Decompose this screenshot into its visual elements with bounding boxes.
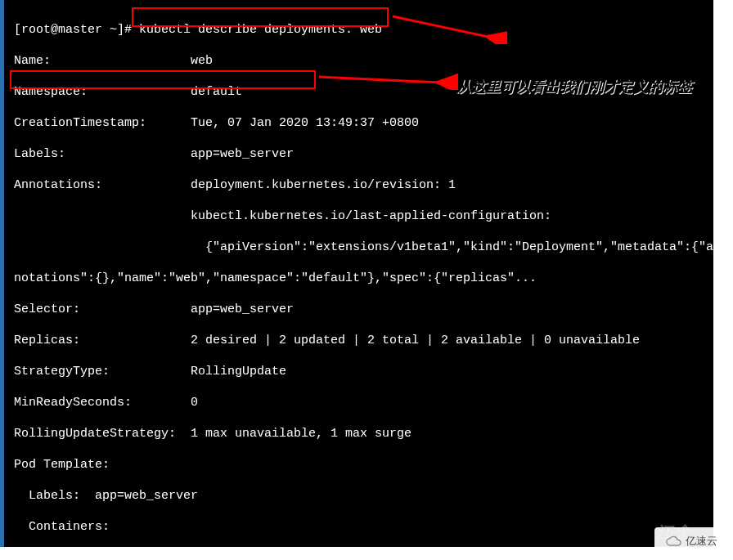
watermark-logo: 亿速云 xyxy=(654,527,728,555)
field-labels: Labels:app=web_server xyxy=(14,146,713,162)
pod-template: Pod Template: xyxy=(14,457,713,473)
cloud-icon xyxy=(666,535,682,547)
watermark-logo-text: 亿速云 xyxy=(686,534,717,549)
field-min-ready-seconds: MinReadySeconds:0 xyxy=(14,395,713,410)
field-replicas: Replicas:2 desired | 2 updated | 2 total… xyxy=(14,333,713,348)
container-nginx: nginx: xyxy=(14,550,713,560)
prompt: [root@master ~]# xyxy=(14,23,139,37)
command-line: [root@master ~]# kubectl describe deploy… xyxy=(14,22,713,38)
field-namespace: Namespace:default xyxy=(14,84,713,100)
field-selector: Selector:app=web_server xyxy=(14,302,713,317)
pod-labels: Labels: app=web_server xyxy=(14,488,713,504)
field-rolling-update-strategy: RollingUpdateStrategy:1 max unavailable,… xyxy=(14,426,713,441)
field-name: Name:web xyxy=(14,53,713,69)
terminal-window[interactable]: [root@master ~]# kubectl describe deploy… xyxy=(0,0,713,547)
field-annotations-3: {"apiVersion":"extensions/v1beta1","kind… xyxy=(14,240,713,255)
field-annotations-4: notations":{},"name":"web","namespace":"… xyxy=(14,271,713,286)
command: kubectl describe deployments. web xyxy=(139,23,382,37)
field-annotations-2: kubectl.kubernetes.io/last-applied-confi… xyxy=(14,208,713,224)
containers: Containers: xyxy=(14,519,713,535)
field-strategy-type: StrategyType:RollingUpdate xyxy=(14,364,713,379)
field-creation-timestamp: CreationTimestamp:Tue, 07 Jan 2020 13:49… xyxy=(14,115,713,131)
field-annotations: Annotations:deployment.kubernetes.io/rev… xyxy=(14,177,713,193)
